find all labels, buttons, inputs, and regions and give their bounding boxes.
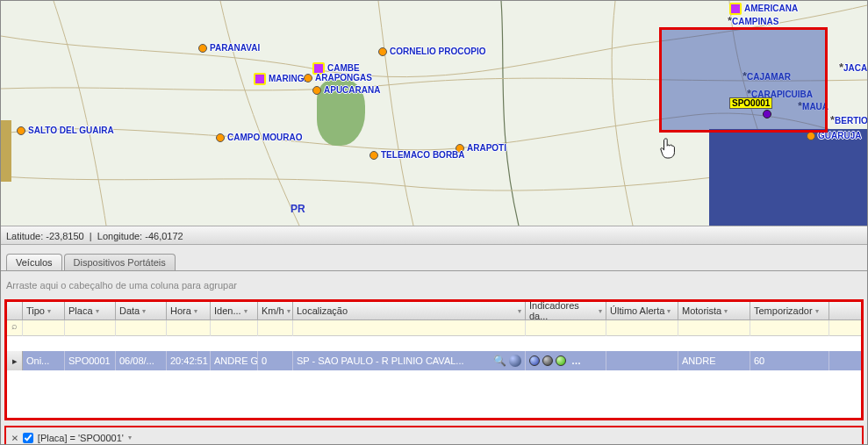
col-header-alerta[interactable]: Último Alerta▾	[606, 302, 678, 319]
active-filter-bar: × [Placa] = 'SPO0001' ▾	[4, 426, 864, 445]
grid-filter-row[interactable]: ⌕	[7, 320, 861, 336]
cell-tipo: Oni...	[23, 351, 65, 370]
city-americana: AMERICANA	[729, 3, 798, 15]
table-row[interactable]: ▸ Oni... SPO0001 06/08/... 20:42:51 ANDR…	[7, 351, 861, 370]
tab-veiculos[interactable]: Veículos	[6, 254, 62, 270]
city-cornelio-procopio: CORNELIO PROCOPIO	[378, 47, 485, 56]
city-maringa: MARINGA	[254, 73, 311, 85]
col-header-placa[interactable]: Placa▾	[65, 302, 116, 319]
city-campinas: *CAMPINAS	[728, 14, 778, 27]
group-drop-area[interactable]: Arraste aqui o cabeçalho de uma coluna p…	[1, 271, 867, 299]
globe-icon[interactable]	[509, 355, 521, 367]
cell-iden: ANDRE G...	[211, 351, 258, 370]
col-header-ind[interactable]: Indicadores da...▾	[526, 302, 606, 319]
city-telemaco-borba: TELEMACO BORBA	[369, 150, 465, 160]
grid-empty-area	[7, 370, 861, 418]
tab-dispositivos[interactable]: Dispositivos Portáteis	[64, 254, 176, 270]
cell-placa: SPO0001	[65, 351, 116, 370]
filter-expression: [Placa] = 'SPO0001'	[38, 433, 124, 443]
indicator-blue-icon	[529, 355, 540, 366]
city-paranavai: PARANAVAI	[198, 43, 260, 53]
filter-dropdown-icon[interactable]: ▾	[128, 434, 132, 441]
filter-funnel-icon[interactable]: ⌕	[7, 320, 23, 336]
vehicle-marker[interactable]	[763, 110, 771, 118]
city-bertioga: *BERTIOGA	[830, 113, 867, 126]
cell-data: 06/08/...	[116, 351, 167, 370]
lon-label: Longitude:	[97, 231, 142, 241]
city-apucarana: APUCARANA	[312, 85, 380, 95]
city-jacar: *JACAR	[839, 61, 867, 74]
col-header-temp[interactable]: Temporizador▾	[750, 302, 829, 319]
indicator-green-icon	[556, 355, 566, 366]
tab-strip: Veículos Dispositivos Portáteis	[1, 248, 867, 271]
col-header-hora[interactable]: Hora▾	[167, 302, 211, 319]
row-selector-arrow-icon[interactable]: ▸	[7, 351, 23, 370]
indicator-more-icon[interactable]: …	[569, 355, 581, 366]
map-canvas[interactable]: AMERICANA *CAMPINAS PARANAVAI CORNELIO P…	[1, 1, 867, 226]
ocean-shape	[709, 129, 867, 226]
lat-label: Latitude:	[6, 231, 43, 241]
grid-header-row: Tipo▾ Placa▾ Data▾ Hora▾ Iden...▾ Km/h▾ …	[7, 302, 861, 320]
vehicle-grid: Tipo▾ Placa▾ Data▾ Hora▾ Iden...▾ Km/h▾ …	[4, 299, 864, 420]
cell-ind: …	[526, 351, 606, 370]
magnifier-icon[interactable]: 🔍	[493, 355, 506, 367]
cell-hora: 20:42:51	[167, 351, 211, 370]
col-header-data[interactable]: Data▾	[116, 302, 167, 319]
col-header-loc[interactable]: Localização▾	[293, 302, 526, 319]
cell-kmh: 0	[258, 351, 293, 370]
filter-close-icon[interactable]: ×	[11, 431, 18, 444]
cell-loc: SP - SAO PAULO - R PLINIO CAVAL... 🔍	[293, 351, 526, 370]
cell-temp: 60	[750, 351, 829, 370]
vehicle-label[interactable]: SPO0001	[729, 97, 772, 109]
row-selector-header	[7, 302, 23, 319]
lat-value: -23,8150	[46, 231, 83, 241]
state-label: PR	[291, 203, 305, 215]
col-header-iden[interactable]: Iden...▾	[211, 302, 258, 319]
map-selection-box[interactable]	[659, 27, 828, 133]
cell-alerta	[606, 351, 678, 370]
col-header-kmh[interactable]: Km/h▾	[258, 302, 293, 319]
city-campo-mourao: CAMPO MOURAO	[216, 133, 303, 142]
city-arapongas: ARAPONGAS	[304, 73, 372, 83]
col-header-mot[interactable]: Motorista▾	[678, 302, 750, 319]
city-salto-del-guaira: SALTO DEL GUAIRA	[17, 126, 114, 135]
coordinates-bar: Latitude: -23,8150 | Longitude: -46,0172	[1, 226, 867, 245]
indicator-dark-icon	[542, 355, 553, 366]
cell-mot: ANDRE	[678, 351, 750, 370]
river-shape	[1, 120, 11, 182]
filter-enabled-checkbox[interactable]	[23, 433, 33, 443]
lon-value: -46,0172	[145, 231, 183, 241]
col-header-tipo[interactable]: Tipo▾	[23, 302, 65, 319]
cell-loc-text: SP - SAO PAULO - R PLINIO CAVAL...	[297, 355, 464, 366]
hand-cursor-icon	[659, 137, 678, 160]
